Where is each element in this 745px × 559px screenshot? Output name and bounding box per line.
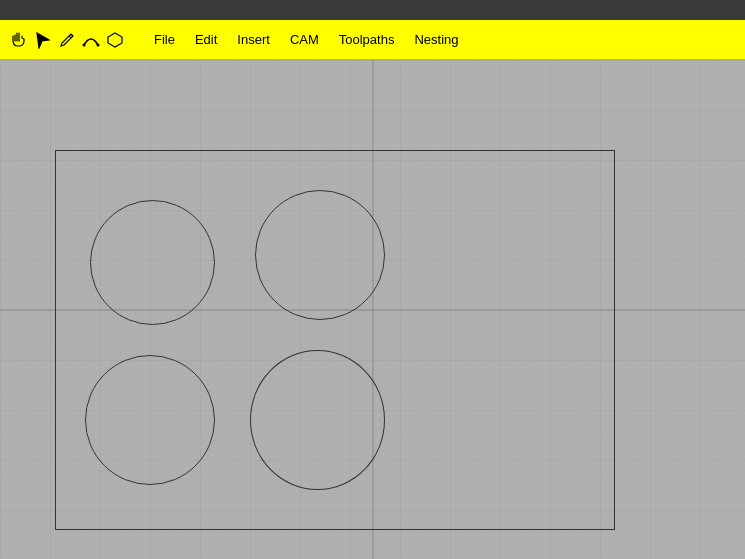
circle-bottom-right[interactable] [250, 350, 385, 490]
toolbar [8, 29, 126, 51]
insert-menu[interactable]: Insert [229, 28, 278, 51]
hand-tool[interactable] [8, 29, 30, 51]
menu-items: File Edit Insert CAM Toolpaths Nesting [146, 28, 467, 51]
svg-point-2 [97, 43, 100, 46]
circle-top-right[interactable] [255, 190, 385, 320]
nesting-menu[interactable]: Nesting [406, 28, 466, 51]
circle-bottom-left[interactable] [85, 355, 215, 485]
shape-tool[interactable] [104, 29, 126, 51]
canvas-area[interactable] [0, 60, 745, 559]
curve-tool[interactable] [80, 29, 102, 51]
svg-marker-3 [108, 33, 122, 47]
file-menu[interactable]: File [146, 28, 183, 51]
cam-menu[interactable]: CAM [282, 28, 327, 51]
title-bar [0, 0, 745, 20]
edit-menu[interactable]: Edit [187, 28, 225, 51]
pointer-tool[interactable] [32, 29, 54, 51]
toolpaths-menu[interactable]: Toolpaths [331, 28, 403, 51]
pen-tool[interactable] [56, 29, 78, 51]
svg-point-1 [83, 43, 86, 46]
circle-top-left[interactable] [90, 200, 215, 325]
menu-bar: File Edit Insert CAM Toolpaths Nesting [0, 20, 745, 60]
svg-point-0 [70, 34, 73, 37]
